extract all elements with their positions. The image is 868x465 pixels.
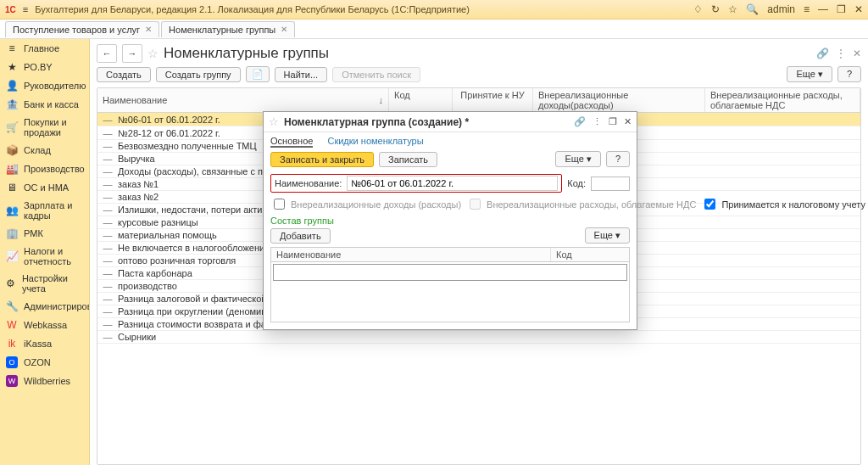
sidebar-item[interactable]: 🛒Покупки и продажи xyxy=(0,114,89,141)
cancel-search-button[interactable]: Отменить поиск xyxy=(332,67,420,82)
more-button[interactable]: Еще ▾ xyxy=(787,66,832,82)
sidebar-item[interactable]: 🔧Администрирование xyxy=(0,297,89,316)
name-input[interactable] xyxy=(347,176,558,191)
restore-icon[interactable]: ❐ xyxy=(609,116,617,127)
favorite-icon[interactable]: ☆ xyxy=(269,115,279,128)
bank-icon: 🏦 xyxy=(6,98,18,110)
factory-icon: 🏭 xyxy=(6,163,18,175)
ozon-icon: O xyxy=(6,356,18,368)
col-name[interactable]: Наименование xyxy=(271,248,551,261)
sidebar-item[interactable]: ★PO.BY xyxy=(0,58,89,76)
building-icon: 🏢 xyxy=(6,227,18,239)
star-icon: ★ xyxy=(6,61,18,73)
open-tabs: Поступление товаров и услуг✕ Номенклатур… xyxy=(0,20,868,39)
more-icon[interactable]: ⋮ xyxy=(836,48,846,59)
close-icon[interactable]: ✕ xyxy=(854,3,863,15)
favorite-icon[interactable]: ☆ xyxy=(147,47,159,60)
sidebar-item[interactable]: OOZON xyxy=(0,353,89,372)
close-icon[interactable]: ✕ xyxy=(624,116,632,127)
page-header: ← → ☆ Номенклатурные группы 🔗 ⋮ ✕ xyxy=(97,44,861,63)
tab-close-icon[interactable]: ✕ xyxy=(145,25,152,34)
create-group-button[interactable]: Создать группу xyxy=(156,67,241,82)
sidebar-item[interactable]: 🖥ОС и НМА xyxy=(0,178,89,197)
search-icon[interactable]: 🔍 xyxy=(746,3,759,15)
tab-incoming[interactable]: Поступление товаров и услуг✕ xyxy=(5,21,159,37)
help-button[interactable]: ? xyxy=(837,66,861,82)
nav-back[interactable]: ← xyxy=(97,44,117,63)
create-button[interactable]: Создать xyxy=(97,67,151,82)
bell-icon[interactable]: ♢ xyxy=(693,3,703,15)
more-button[interactable]: Еще ▾ xyxy=(585,227,630,244)
col-vat[interactable]: Внереализационные расходы, облагаемые НД… xyxy=(705,88,860,112)
assets-icon: 🖥 xyxy=(6,182,18,193)
more-button[interactable]: Еще ▾ xyxy=(555,151,600,167)
webkassa-icon: W xyxy=(6,319,18,331)
sidebar-item[interactable]: 📦Склад xyxy=(0,141,89,160)
link-icon[interactable]: 🔗 xyxy=(574,116,586,127)
sidebar-item[interactable]: 📈Налоги и отчетность xyxy=(0,243,89,270)
wrench-icon: 🔧 xyxy=(6,300,18,312)
table-row[interactable]: —Сырники xyxy=(97,331,860,344)
tab-close-icon[interactable]: ✕ xyxy=(281,25,287,34)
col-nu[interactable]: Принятие к НУ xyxy=(453,88,533,112)
col-name[interactable]: Наименование↓ xyxy=(97,88,389,112)
star-icon[interactable]: ☆ xyxy=(728,3,737,15)
restore-icon[interactable]: ❐ xyxy=(837,3,846,15)
sidebar: ≡Главное ★PO.BY 👤Руководителю 🏦Банк и ка… xyxy=(0,39,90,465)
col-code[interactable]: Код xyxy=(389,88,453,112)
group-title: Состав группы xyxy=(264,214,637,227)
sidebar-item[interactable]: ⚙Настройки учета xyxy=(0,270,89,297)
menu-icon[interactable]: ≡ xyxy=(23,4,28,14)
tab-main[interactable]: Основное xyxy=(270,136,313,148)
minimize-icon[interactable]: — xyxy=(818,3,828,15)
ext-checkbox[interactable]: Внереализационные доходы (расходы) xyxy=(270,196,461,212)
sidebar-item[interactable]: 🏦Банк и касса xyxy=(0,95,89,114)
history-icon[interactable]: ↻ xyxy=(711,3,720,15)
user-label[interactable]: admin xyxy=(767,3,795,15)
gear-icon: ⚙ xyxy=(6,277,16,289)
nav-fwd[interactable]: → xyxy=(122,44,142,63)
add-button[interactable]: Добавить xyxy=(270,228,331,244)
app-title: Бухгалтерия для Беларуси, редакция 2.1. … xyxy=(35,4,687,14)
dialog-create: ☆ Номенклатурная группа (создание) * 🔗 ⋮… xyxy=(263,111,637,330)
sidebar-item[interactable]: 👥Зарплата и кадры xyxy=(0,197,89,224)
manager-icon: 👤 xyxy=(6,80,18,92)
sidebar-item[interactable]: ikiKassa xyxy=(0,334,89,353)
box-icon: 📦 xyxy=(6,144,18,156)
sidebar-item[interactable]: WWildberries xyxy=(0,372,89,390)
sidebar-item[interactable]: 🏢РМК xyxy=(0,224,89,243)
titlebar: 1C ≡ Бухгалтерия для Беларуси, редакция … xyxy=(0,0,868,20)
name-field-wrap: Наименование: xyxy=(270,174,562,193)
link-icon[interactable]: 🔗 xyxy=(816,48,829,59)
code-label: Код: xyxy=(567,178,586,188)
name-label: Наименование: xyxy=(275,178,342,188)
app-logo: 1C xyxy=(5,5,16,14)
sidebar-item[interactable]: WWebkassa xyxy=(0,316,89,334)
cart-icon: 🛒 xyxy=(6,121,18,133)
help-button[interactable]: ? xyxy=(606,151,630,167)
edit-row[interactable] xyxy=(273,264,627,281)
nu-checkbox[interactable]: Принимается к налоговому учету xyxy=(701,196,865,212)
hamburger-icon[interactable]: ≡ xyxy=(804,3,810,15)
col-code[interactable]: Код xyxy=(551,248,629,261)
more-icon[interactable]: ⋮ xyxy=(593,116,602,127)
code-input[interactable] xyxy=(591,176,630,191)
sidebar-item[interactable]: ≡Главное xyxy=(0,39,89,58)
copy-button[interactable]: 📄 xyxy=(246,66,270,82)
page-title: Номенклатурные группы xyxy=(164,45,329,62)
tab-discounts[interactable]: Скидки номенклатуры xyxy=(327,136,423,146)
save-close-button[interactable]: Записать и закрыть xyxy=(270,152,374,167)
find-button[interactable]: Найти... xyxy=(275,67,328,82)
ikassa-icon: ik xyxy=(6,338,18,350)
sidebar-item[interactable]: 🏭Производство xyxy=(0,160,89,178)
vat-checkbox[interactable]: Внереализационные расходы, облагаемые НД… xyxy=(466,196,696,212)
members-grid: НаименованиеКод xyxy=(270,247,630,322)
toolbar: Создать Создать группу 📄 Найти... Отмени… xyxy=(97,66,861,82)
close-page-icon[interactable]: ✕ xyxy=(853,48,861,59)
sidebar-item[interactable]: 👤Руководителю xyxy=(0,76,89,95)
tab-groups[interactable]: Номенклатурные группы✕ xyxy=(161,21,295,37)
chart-icon: 📈 xyxy=(6,250,18,262)
col-ext[interactable]: Внереализационные доходы(расходы) xyxy=(533,88,705,112)
save-button[interactable]: Записать xyxy=(379,152,437,167)
wb-icon: W xyxy=(6,375,18,387)
